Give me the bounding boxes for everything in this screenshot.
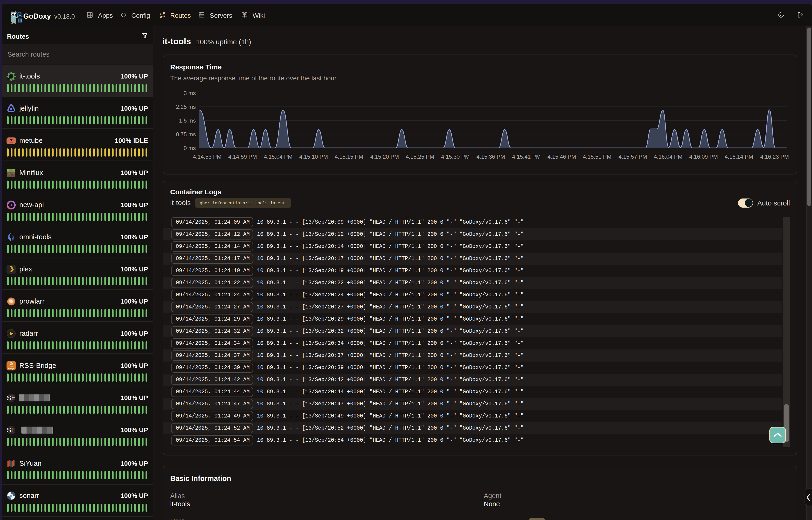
svg-text:Bridge: Bridge	[8, 367, 14, 370]
svg-text:4:15:41 PM: 4:15:41 PM	[512, 154, 541, 160]
svg-text:3 ms: 3 ms	[184, 90, 196, 96]
svg-text:2.25 ms: 2.25 ms	[176, 104, 196, 110]
svg-text:0 ms: 0 ms	[184, 145, 196, 151]
svg-text:4:15:36 PM: 4:15:36 PM	[477, 154, 505, 160]
svg-text:4:16:04 PM: 4:16:04 PM	[654, 154, 682, 160]
svg-text:4:15:15 PM: 4:15:15 PM	[335, 154, 363, 160]
svg-text:4:15:30 PM: 4:15:30 PM	[441, 154, 470, 160]
svg-text:4:14:59 PM: 4:14:59 PM	[228, 154, 257, 160]
svg-text:4:15:10 PM: 4:15:10 PM	[299, 154, 328, 160]
svg-text:4:15:46 PM: 4:15:46 PM	[548, 154, 576, 160]
svg-text:4:15:51 PM: 4:15:51 PM	[583, 154, 612, 160]
svg-text:4:15:57 PM: 4:15:57 PM	[619, 154, 647, 160]
svg-text:4:16:23 PM: 4:16:23 PM	[760, 154, 789, 160]
svg-text:4:16:09 PM: 4:16:09 PM	[689, 154, 718, 160]
svg-text:SE: SE	[7, 426, 16, 434]
svg-text:4:14:53 PM: 4:14:53 PM	[193, 154, 222, 160]
svg-text:SE: SE	[7, 394, 16, 401]
svg-text:4:15:25 PM: 4:15:25 PM	[406, 154, 435, 160]
svg-text:4:15:04 PM: 4:15:04 PM	[264, 154, 292, 160]
svg-text:4:16:14 PM: 4:16:14 PM	[725, 154, 753, 160]
svg-text:1.5 ms: 1.5 ms	[179, 118, 196, 124]
svg-text:0.75 ms: 0.75 ms	[176, 131, 196, 137]
svg-text:4:15:20 PM: 4:15:20 PM	[370, 154, 399, 160]
